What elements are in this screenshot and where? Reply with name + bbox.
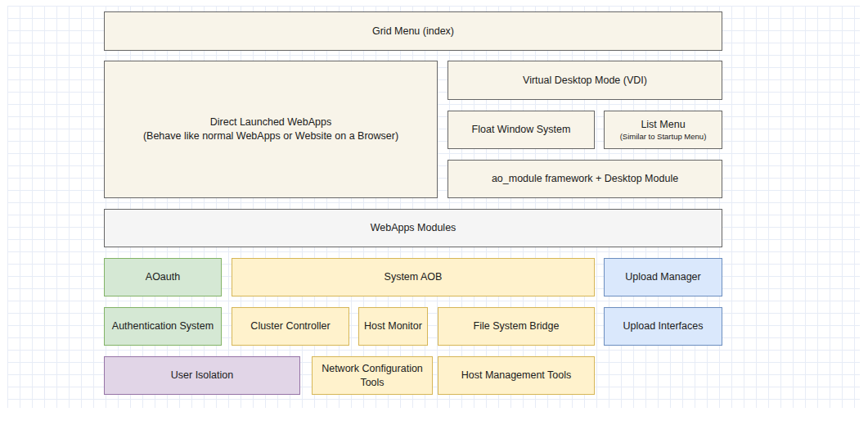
box-file-system-bridge: File System Bridge <box>438 307 595 346</box>
box-direct-launched-webapps: Direct Launched WebApps (Behave like nor… <box>104 61 438 198</box>
box-authentication-system: Authentication System <box>104 307 222 346</box>
box-float-window-system: Float Window System <box>447 111 595 149</box>
box-virtual-desktop-mode: Virtual Desktop Mode (VDI) <box>447 61 722 100</box>
box-network-configuration-tools: Network Configuration Tools <box>312 356 433 395</box>
box-aoauth: AOauth <box>104 258 222 296</box>
list-menu-subtitle: (Similar to Startup Menu) <box>620 132 707 142</box>
box-webapps-modules: WebApps Modules <box>104 209 722 247</box>
box-upload-interfaces: Upload Interfaces <box>604 307 722 346</box>
box-user-isolation: User Isolation <box>104 356 300 395</box>
box-system-aob: System AOB <box>232 258 595 296</box>
list-menu-title: List Menu <box>641 118 685 132</box>
box-cluster-controller: Cluster Controller <box>232 307 349 346</box>
box-grid-menu: Grid Menu (index) <box>104 11 722 51</box>
box-list-menu: List Menu (Similar to Startup Menu) <box>604 111 722 149</box>
box-host-monitor: Host Monitor <box>358 307 428 346</box>
box-upload-manager: Upload Manager <box>604 258 722 296</box>
diagram-page: Grid Menu (index) Direct Launched WebApp… <box>0 0 868 430</box>
box-ao-module-framework: ao_module framework + Desktop Module <box>447 160 722 198</box>
box-host-management-tools: Host Management Tools <box>438 356 595 395</box>
